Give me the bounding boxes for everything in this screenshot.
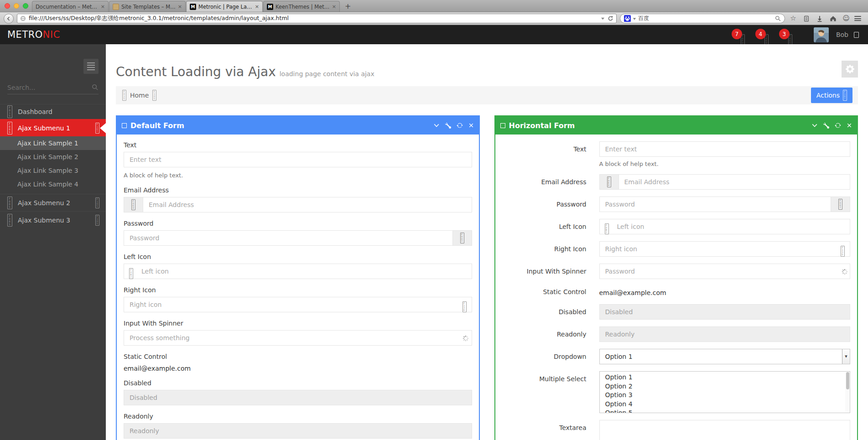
reload-icon[interactable]: [457, 122, 463, 129]
field-label: Readonly: [124, 413, 472, 420]
right-icon-input[interactable]: [124, 297, 472, 312]
search-icon[interactable]: [775, 16, 781, 21]
spinner-input[interactable]: [124, 330, 472, 346]
default-form-body: Text A block of help text. Email Address…: [117, 135, 479, 440]
sidebar-item-dashboard[interactable]: F015 Dashboard: [0, 104, 106, 119]
config-wrench-icon[interactable]: [823, 123, 829, 129]
browser-tab[interactable]: Site Templates – Metronic... ×: [109, 1, 186, 12]
sidebar-search-input[interactable]: [7, 84, 92, 91]
envelope-icon: F0E0: [131, 199, 135, 210]
feedback-smiley-icon[interactable]: ☺: [841, 15, 851, 22]
sidebar-toggle-button[interactable]: [83, 59, 99, 74]
sidebar-item-ajax-link-sample-3[interactable]: Ajax Link Sample 3: [0, 164, 106, 177]
angle-right-icon: F105: [95, 197, 99, 208]
window-zoom-button[interactable]: [23, 3, 28, 9]
close-icon[interactable]: [468, 123, 474, 128]
tab-close-icon[interactable]: ×: [101, 4, 105, 10]
tasks-button[interactable]: 3 F0E5: [778, 25, 798, 44]
inbox-button[interactable]: 4 F0E0: [754, 25, 774, 44]
reload-icon[interactable]: [608, 16, 613, 21]
email-input[interactable]: [143, 197, 472, 212]
readonly-input[interactable]: [599, 326, 851, 342]
sidebar-search-icon[interactable]: [92, 84, 99, 91]
field-label: Input With Spinner: [502, 264, 587, 279]
right-icon-input[interactable]: [599, 241, 851, 257]
select-option[interactable]: Option 4: [600, 400, 850, 409]
sidebar-item-ajax-submenu-1[interactable]: F085 Ajax Submenu 1 F107: [0, 119, 106, 136]
tab-close-icon[interactable]: ×: [332, 4, 336, 10]
search-engine-caret-icon[interactable]: [633, 17, 636, 21]
back-button[interactable]: [4, 14, 14, 24]
select-option[interactable]: Option 2: [600, 382, 850, 391]
page-subtitle: loading page content via ajax: [280, 70, 374, 78]
url-bar[interactable]: file:///Users/ss/Desktop/辛志强给metronic_3.…: [17, 14, 617, 23]
tasks-badge: 3: [779, 29, 790, 39]
scrollbar-thumb[interactable]: [846, 372, 849, 389]
collapse-icon[interactable]: [433, 122, 440, 129]
left-icon-input[interactable]: [599, 219, 851, 234]
field-label: Password: [124, 220, 472, 227]
sidebar-item-ajax-link-sample-1[interactable]: Ajax Link Sample 1: [0, 136, 106, 150]
config-wrench-icon[interactable]: [445, 123, 451, 129]
search-bar[interactable]: 百度: [620, 14, 785, 23]
browser-tab[interactable]: M KeenThemes | Metronic – ... ×: [263, 1, 340, 12]
baidu-paw-icon[interactable]: [624, 15, 631, 22]
select-option[interactable]: Option 1: [600, 373, 850, 382]
left-input-icon: F0B2: [129, 268, 133, 279]
new-tab-button[interactable]: +: [345, 2, 351, 10]
select-option[interactable]: Option 5: [600, 409, 850, 413]
user-icon: F007: [838, 199, 842, 210]
sidebar-search: [7, 81, 99, 94]
sidebar-item-ajax-submenu-2[interactable]: F085 Ajax Submenu 2 F105: [0, 194, 106, 211]
horizontal-form-header: Horizontal Form: [495, 116, 858, 135]
static-control-value: email@example.com: [599, 286, 851, 296]
spinner-input[interactable]: [599, 264, 851, 279]
downloads-icon[interactable]: [815, 16, 825, 22]
readonly-input[interactable]: [124, 423, 472, 439]
sidebar-item-ajax-link-sample-4[interactable]: Ajax Link Sample 4: [0, 177, 106, 191]
browser-tab[interactable]: Documentation – Metronic Ad... ×: [32, 1, 109, 12]
bookmarks-list-icon[interactable]: [801, 16, 811, 22]
window-close-button[interactable]: [5, 3, 10, 9]
window-minimize-button[interactable]: [14, 3, 19, 9]
breadcrumb-bar: F015 Home F105 Actions F107: [116, 86, 858, 104]
breadcrumb-home-link[interactable]: Home: [130, 92, 149, 99]
dropdown-select[interactable]: Option 1 ▼: [599, 349, 851, 364]
url-dropdown-icon[interactable]: [601, 16, 605, 21]
sidebar-item-ajax-link-sample-2[interactable]: Ajax Link Sample 2: [0, 150, 106, 164]
tab-close-icon[interactable]: ×: [178, 4, 182, 10]
input-addon: F0E0: [599, 174, 619, 190]
left-icon-input[interactable]: [124, 264, 472, 279]
multiple-select[interactable]: Option 1 Option 2 Option 3 Option 4 Opti…: [599, 371, 851, 413]
text-input[interactable]: [124, 152, 472, 167]
browser-tab-active[interactable]: M Metronic | Page Layouts – ... ×: [186, 1, 263, 12]
home-icon[interactable]: [828, 15, 838, 22]
right-input-icon: F13D: [463, 301, 467, 312]
avatar[interactable]: [814, 27, 829, 42]
password-input[interactable]: [124, 230, 453, 246]
bookmark-star-icon[interactable]: ☆: [788, 15, 798, 22]
url-text: file:///Users/ss/Desktop/辛志强给metronic_3.…: [29, 15, 598, 22]
close-icon[interactable]: [847, 123, 852, 128]
collapse-icon[interactable]: [811, 122, 818, 129]
textarea-input[interactable]: [599, 420, 851, 440]
password-input[interactable]: [599, 197, 832, 212]
dropdown-caret-icon[interactable]: ▼: [842, 349, 850, 364]
actions-button[interactable]: Actions F107: [811, 88, 852, 103]
tab-close-icon[interactable]: ×: [255, 4, 259, 10]
email-input[interactable]: [619, 174, 851, 190]
field-label: Left Icon: [124, 253, 472, 260]
user-name[interactable]: Bob: [836, 31, 848, 38]
user-caret-icon[interactable]: [854, 32, 859, 38]
horizontal-form-body: Text A block of help text. Email Address…: [495, 135, 858, 440]
theme-settings-button[interactable]: [842, 61, 858, 78]
dropdown-selected-value: Option 1: [600, 353, 842, 360]
field-label: Left Icon: [502, 219, 587, 234]
metronic-logo[interactable]: METRONIC: [7, 29, 60, 40]
sidebar-item-ajax-submenu-3[interactable]: F085 Ajax Submenu 3 F105: [0, 211, 106, 228]
text-input[interactable]: [599, 141, 851, 157]
notifications-button[interactable]: 7 F0F3: [731, 25, 751, 44]
menu-hamburger-icon[interactable]: [854, 15, 864, 22]
reload-icon[interactable]: [835, 122, 841, 129]
select-option[interactable]: Option 3: [600, 391, 850, 400]
